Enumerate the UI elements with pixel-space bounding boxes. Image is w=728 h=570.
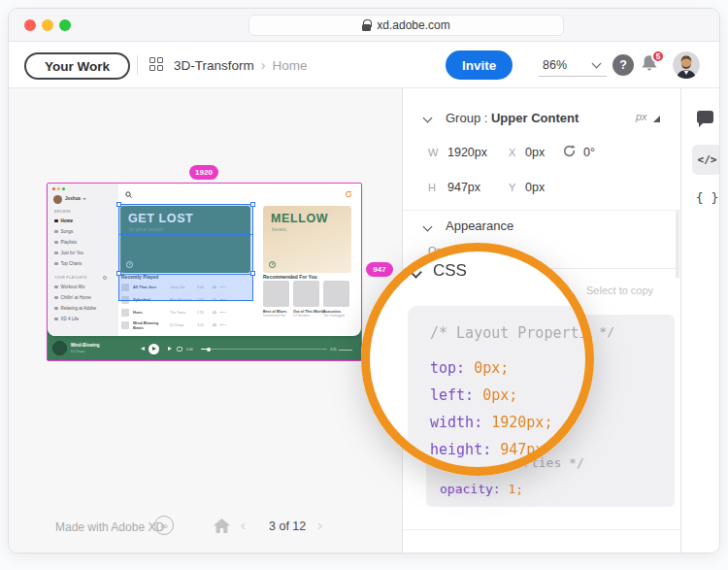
- design-playlist-list: Workout MixChillin' at HomeRelaxing at A…: [54, 282, 116, 324]
- design-playlist-workout-mix[interactable]: Workout Mix: [54, 282, 116, 292]
- rotation-icon: [562, 144, 577, 158]
- recent-track-row[interactable]: HuesThe Tones2:55: [121, 306, 259, 319]
- x-field[interactable]: 0px: [525, 146, 545, 159]
- player-track-artist: DJ Drops: [71, 350, 85, 353]
- x-label: X: [509, 147, 515, 158]
- nav-bullet-icon: [54, 241, 58, 245]
- close-traffic-light[interactable]: [24, 19, 36, 31]
- y-field[interactable]: 0px: [525, 181, 545, 194]
- code-icon: </>: [698, 153, 717, 166]
- appearance-section-title: Appearance: [446, 218, 513, 233]
- help-button[interactable]: ?: [612, 54, 634, 76]
- repeat-icon: [177, 347, 182, 352]
- lock-icon: [362, 24, 371, 31]
- css-declaration-opacity[interactable]: opacity: 1;: [440, 476, 614, 502]
- group-section-title: Group : Upper Content: [446, 111, 579, 125]
- height-label: H: [428, 182, 436, 193]
- promo-title: MELLOW: [271, 212, 328, 225]
- design-nav-songs[interactable]: Songs: [54, 226, 116, 237]
- design-nav-just-for-you[interactable]: Just for You: [54, 248, 116, 258]
- braces-icon[interactable]: { }: [692, 187, 720, 207]
- css-comment-line: /* Layout Properties */: [430, 319, 594, 347]
- track-thumb: [121, 321, 129, 329]
- selection-handle[interactable]: [116, 271, 121, 276]
- nav-bullet-icon: [54, 285, 58, 289]
- recent-track-row[interactable]: Mind-Blowing BeatsDJ Drops3:15: [121, 319, 259, 331]
- comment-icon[interactable]: [697, 111, 713, 123]
- nav-bullet-icon: [54, 230, 58, 234]
- section-divider: [403, 210, 680, 211]
- album-card[interactable]: AcousticsThe Unplugged: [323, 281, 349, 318]
- player-track-title: Mind-Blowing: [71, 343, 100, 348]
- selection-handle[interactable]: [250, 271, 255, 276]
- album-art: [323, 281, 349, 307]
- design-nav-top-charts[interactable]: Top Charts: [54, 258, 116, 269]
- promo-card: MELLOW beats.: [263, 206, 351, 273]
- rotation-field[interactable]: 0°: [583, 146, 595, 159]
- next-page-button[interactable]: ›: [317, 517, 322, 533]
- design-nav-playlists[interactable]: Playlists: [54, 237, 116, 248]
- search-icon: [125, 191, 132, 198]
- design-user-name: Joshua: [65, 196, 86, 201]
- selection-handle[interactable]: [250, 202, 255, 207]
- notifications-button[interactable]: 5: [640, 53, 665, 79]
- design-user-avatar: [53, 195, 62, 204]
- album-art: [263, 281, 289, 307]
- zoom-level: 86%: [543, 58, 567, 72]
- heart-icon: [213, 311, 216, 315]
- magnified-css-code: /* Layout Properties */top: 0px;left: 0p…: [430, 319, 594, 463]
- breadcrumb-page[interactable]: Home: [272, 58, 307, 73]
- unit-label[interactable]: px: [636, 111, 647, 122]
- browser-chrome: xd.adobe.com: [9, 9, 719, 42]
- zoom-traffic-light[interactable]: [59, 19, 71, 31]
- invite-button[interactable]: Invite: [446, 50, 513, 80]
- play-button-icon: [149, 344, 159, 354]
- your-work-button[interactable]: Your Work: [24, 52, 130, 80]
- album-subtitle: Instrumental Set: [263, 314, 289, 318]
- gear-icon: [103, 276, 107, 280]
- notification-badge: 5: [651, 50, 665, 63]
- design-playlist-relaxing-at-adobe[interactable]: Relaxing at Adobe: [54, 303, 116, 314]
- album-title: Best of Blues: [263, 310, 289, 314]
- selection-handle[interactable]: [116, 202, 121, 207]
- height-field[interactable]: 947px: [447, 181, 480, 194]
- panel-scrollbar[interactable]: [676, 211, 679, 279]
- address-bar[interactable]: xd.adobe.com: [248, 15, 564, 36]
- album-art: [293, 281, 319, 307]
- album-title: Out of This World: [293, 310, 319, 314]
- player-elapsed: 0:00: [186, 348, 193, 352]
- design-nav-home[interactable]: Home: [54, 216, 116, 226]
- nav-bullet-icon: [54, 219, 58, 223]
- design-nav-list: HomeSongsPlaylistsJust for YouTop Charts: [54, 216, 116, 269]
- recommended-heading: Recommended For You: [263, 274, 317, 280]
- css-declaration-left: left: 0px;: [430, 382, 594, 409]
- previous-page-button[interactable]: ‹: [241, 517, 246, 533]
- nav-bullet-icon: [54, 262, 58, 266]
- heart-icon: [213, 323, 216, 327]
- album-disc-icon: [52, 341, 67, 355]
- minimize-traffic-light[interactable]: [42, 19, 53, 31]
- album-card[interactable]: Best of BluesInstrumental Set: [263, 281, 289, 318]
- made-with-label: Made with Adobe XD: [55, 520, 164, 534]
- track-thumb: [121, 309, 129, 317]
- next-icon: [168, 347, 172, 351]
- avatar-illustration: [673, 51, 700, 79]
- home-icon[interactable]: [213, 518, 231, 534]
- code-view-tab-active[interactable]: </>: [692, 145, 720, 175]
- zoom-underline: [539, 76, 607, 77]
- refresh-icon: [345, 190, 352, 198]
- design-playlist-xd-4-life[interactable]: XD 4 Life: [54, 314, 116, 324]
- breadcrumb-project[interactable]: 3D-Transform: [174, 58, 254, 73]
- app-toolbar: Your Work 3D-Transform › Home Invite 86%…: [9, 42, 719, 88]
- volume-slider: [339, 350, 352, 351]
- user-avatar[interactable]: [673, 51, 700, 79]
- zoom-dropdown[interactable]: 86%: [537, 42, 612, 88]
- toolbar-divider: [137, 55, 138, 75]
- width-field[interactable]: 1920px: [447, 146, 487, 159]
- grid-view-icon[interactable]: [149, 57, 164, 72]
- unit-dropdown-icon[interactable]: [653, 116, 660, 122]
- more-options-icon: [220, 312, 226, 313]
- design-playlist-chillin-at-home[interactable]: Chillin' at Home: [54, 292, 116, 303]
- album-card[interactable]: Out of This WorldDJ Stardust: [293, 281, 319, 318]
- selection-overlay[interactable]: [118, 204, 253, 301]
